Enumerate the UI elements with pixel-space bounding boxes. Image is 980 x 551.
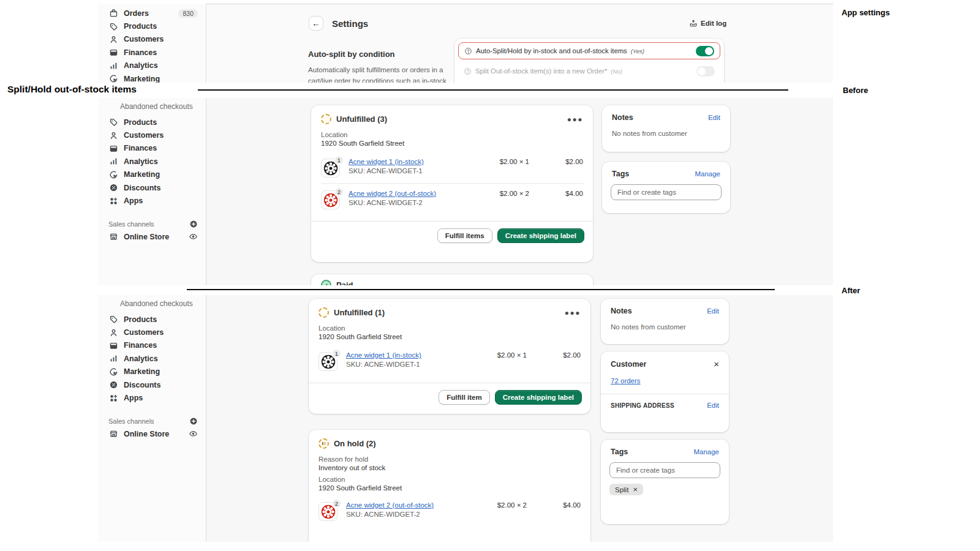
unfulfilled-status-icon — [318, 307, 329, 318]
sidebar-item-analytics[interactable]: Analytics — [98, 59, 206, 72]
item-total: $2.00 — [538, 157, 583, 165]
sidebar-item-label: Apps — [124, 197, 143, 205]
manage-tags-link[interactable]: Manage — [695, 170, 720, 178]
tags-input[interactable] — [611, 184, 722, 200]
sidebar-item-customers[interactable]: Customers — [98, 129, 206, 141]
sidebar-item-apps[interactable]: Apps — [98, 194, 206, 207]
line-item: 2 Acne widget 2 (out-of-stock) SKU: ACNE… — [321, 184, 583, 215]
sidebar-item-marketing[interactable]: Marketing — [98, 72, 206, 83]
product-thumbnail: 1 — [318, 352, 337, 371]
split-new-order-toggle[interactable] — [696, 66, 715, 77]
more-actions-button[interactable]: ●●● — [567, 115, 583, 124]
more-actions-button[interactable]: ●●● — [565, 309, 581, 317]
remove-tag-icon[interactable]: × — [633, 485, 638, 493]
wallet-icon — [109, 341, 118, 350]
card-title: Unfulfilled (1) — [334, 308, 385, 317]
sidebar-item-customers[interactable]: Customers — [98, 326, 206, 339]
orders-count-badge: 830 — [178, 9, 198, 18]
sidebar-item-apps[interactable]: Apps — [98, 391, 206, 404]
sidebar-item-marketing[interactable]: Marketing — [98, 168, 206, 181]
item-price: $2.00 × 2 — [500, 189, 529, 197]
admin-sidebar: Abandoned checkouts Products Customers F… — [98, 295, 206, 542]
sidebar-item-marketing[interactable]: Marketing — [98, 365, 206, 378]
sidebar-item-abandoned-checkouts[interactable]: Abandoned checkouts — [98, 100, 206, 113]
divider-before — [198, 89, 788, 91]
admin-sidebar: Abandoned checkouts Products Customers F… — [98, 98, 206, 285]
tag-chip-split: Split × — [609, 484, 643, 495]
sidebar-item-label: Online Store — [124, 430, 169, 438]
sidebar-item-finances[interactable]: Finances — [98, 142, 206, 155]
sidebar-item-abandoned-checkouts[interactable]: Abandoned checkouts — [98, 298, 206, 310]
item-total: $4.00 — [535, 501, 581, 509]
sidebar-item-online-store[interactable]: Online Store — [98, 230, 206, 244]
wallet-icon — [109, 48, 118, 57]
product-link[interactable]: Acne widget 1 (in-stock) — [349, 158, 424, 165]
card-title: Unfulfilled (3) — [336, 114, 387, 124]
product-sku: SKU: ACNE-WIDGET-1 — [346, 361, 421, 368]
marketing-icon — [109, 74, 118, 83]
line-item: 2 Acne widget 2 (out-of-stock) SKU: ACNE… — [318, 495, 581, 527]
sidebar-item-finances[interactable]: Finances — [98, 339, 206, 352]
sidebar-item-label: Products — [124, 22, 157, 31]
sidebar-item-finances[interactable]: Finances — [98, 46, 206, 59]
card-title: Tags — [611, 448, 628, 456]
eye-icon[interactable] — [189, 232, 198, 241]
unfulfilled-card: Unfulfilled (1) ●●● Location 1920 South … — [309, 299, 590, 414]
tag-icon — [109, 315, 118, 324]
customer-orders-link[interactable]: 72 orders — [611, 377, 641, 384]
create-shipping-label-button[interactable]: Create shipping label — [497, 228, 584, 243]
on-hold-card: On hold (2) Reason for hold Inventory ou… — [309, 430, 590, 542]
manage-tags-link[interactable]: Manage — [693, 448, 719, 455]
sales-channels-header: Sales channels — [98, 218, 206, 230]
sales-channels-label: Sales channels — [108, 220, 154, 228]
create-shipping-label-button[interactable]: Create shipping label — [495, 390, 582, 405]
sidebar-item-analytics[interactable]: Analytics — [98, 155, 206, 168]
notes-card: Notes Edit No notes from customer — [602, 105, 730, 152]
product-sku: SKU: ACNE-WIDGET-2 — [346, 511, 434, 518]
setting-state: (Yes) — [631, 48, 644, 54]
edit-notes-link[interactable]: Edit — [708, 114, 720, 121]
autosplit-toggle[interactable] — [696, 46, 714, 56]
sidebar-item-online-store[interactable]: Online Store — [98, 427, 206, 441]
item-price: $2.00 × 2 — [497, 501, 527, 509]
sidebar-item-discounts[interactable]: Discounts — [98, 378, 206, 391]
fulfill-item-button[interactable]: Fulfill item — [439, 390, 490, 405]
sidebar-item-label: Orders — [124, 9, 149, 18]
eye-icon[interactable] — [189, 429, 198, 438]
product-link[interactable]: Acne widget 2 (out-of-stock) — [349, 190, 436, 197]
location-label: Location — [321, 131, 583, 138]
person-icon — [109, 328, 118, 337]
sidebar-item-products[interactable]: Products — [98, 20, 206, 32]
edit-shipping-link[interactable]: Edit — [707, 402, 719, 409]
add-channel-icon[interactable] — [189, 417, 198, 425]
product-link[interactable]: Acne widget 2 (out-of-stock) — [346, 501, 434, 509]
apps-icon — [109, 197, 118, 206]
edit-notes-link[interactable]: Edit — [707, 307, 719, 315]
quantity-badge: 2 — [334, 187, 344, 197]
sidebar-item-label: Online Store — [124, 233, 169, 241]
tag-icon — [109, 22, 118, 31]
sidebar-item-analytics[interactable]: Analytics — [98, 352, 206, 365]
sidebar-item-orders[interactable]: Orders 830 — [98, 7, 206, 20]
sidebar-item-discounts[interactable]: Discounts — [98, 181, 206, 194]
edit-log-button[interactable]: Edit log — [689, 19, 726, 28]
sidebar-item-label: Products — [124, 315, 157, 324]
sidebar-item-label: Customers — [124, 35, 164, 43]
tag-icon — [109, 118, 118, 127]
back-button[interactable]: ← — [309, 16, 323, 31]
sidebar-item-products[interactable]: Products — [98, 116, 206, 129]
fulfill-items-button[interactable]: Fulfill items — [437, 228, 492, 243]
tags-input[interactable] — [609, 462, 720, 478]
product-link[interactable]: Acne widget 1 (in-stock) — [346, 351, 421, 359]
sidebar-item-label: Analytics — [124, 354, 158, 363]
tag-chip-label: Split — [615, 486, 628, 493]
close-icon[interactable]: × — [714, 359, 719, 369]
sidebar-item-customers[interactable]: Customers — [98, 33, 206, 46]
paid-card: ✓ Paid — [311, 274, 593, 285]
admin-sidebar: Orders 830 Products Customers Finances A… — [98, 4, 206, 83]
section-description: Automatically split fulfillments or orde… — [308, 65, 458, 83]
add-channel-icon[interactable] — [189, 220, 198, 228]
person-icon — [109, 35, 118, 44]
sidebar-item-label: Apps — [124, 394, 143, 402]
sidebar-item-products[interactable]: Products — [98, 313, 206, 326]
